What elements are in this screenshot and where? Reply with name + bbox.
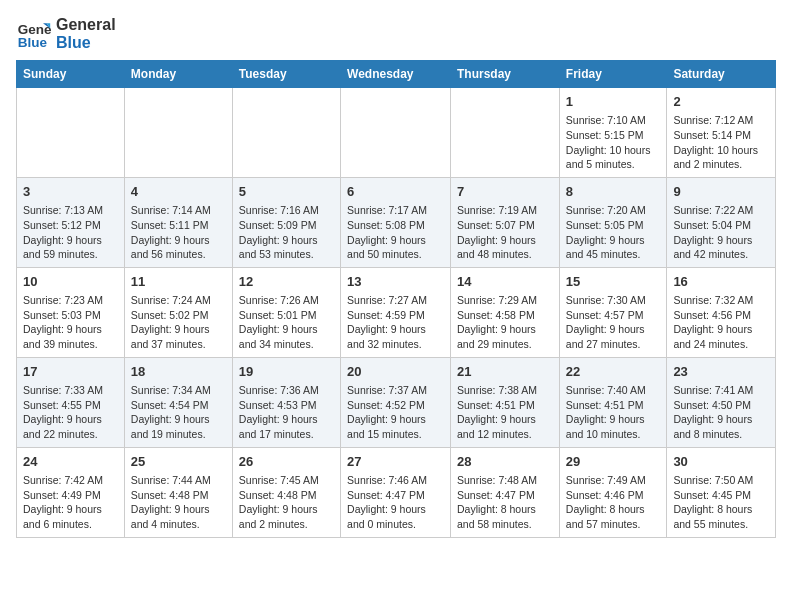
day-number: 15 <box>566 273 661 291</box>
logo-blue: Blue <box>56 34 116 52</box>
calendar-cell: 17Sunrise: 7:33 AM Sunset: 4:55 PM Dayli… <box>17 357 125 447</box>
calendar-table: SundayMondayTuesdayWednesdayThursdayFrid… <box>16 60 776 538</box>
weekday-header: Thursday <box>451 61 560 88</box>
day-number: 11 <box>131 273 226 291</box>
day-number: 23 <box>673 363 769 381</box>
day-info: Sunrise: 7:23 AM Sunset: 5:03 PM Dayligh… <box>23 293 118 352</box>
calendar-cell: 13Sunrise: 7:27 AM Sunset: 4:59 PM Dayli… <box>341 267 451 357</box>
day-number: 7 <box>457 183 553 201</box>
day-info: Sunrise: 7:17 AM Sunset: 5:08 PM Dayligh… <box>347 203 444 262</box>
day-number: 19 <box>239 363 334 381</box>
calendar-cell <box>232 88 340 178</box>
day-number: 10 <box>23 273 118 291</box>
calendar-cell: 19Sunrise: 7:36 AM Sunset: 4:53 PM Dayli… <box>232 357 340 447</box>
calendar-week-row: 24Sunrise: 7:42 AM Sunset: 4:49 PM Dayli… <box>17 447 776 537</box>
calendar-week-row: 3Sunrise: 7:13 AM Sunset: 5:12 PM Daylig… <box>17 177 776 267</box>
day-number: 8 <box>566 183 661 201</box>
day-info: Sunrise: 7:27 AM Sunset: 4:59 PM Dayligh… <box>347 293 444 352</box>
weekday-header: Monday <box>124 61 232 88</box>
day-number: 12 <box>239 273 334 291</box>
day-info: Sunrise: 7:44 AM Sunset: 4:48 PM Dayligh… <box>131 473 226 532</box>
day-number: 21 <box>457 363 553 381</box>
day-number: 14 <box>457 273 553 291</box>
logo-general: General <box>56 16 116 34</box>
weekday-header: Friday <box>559 61 667 88</box>
calendar-cell: 25Sunrise: 7:44 AM Sunset: 4:48 PM Dayli… <box>124 447 232 537</box>
day-info: Sunrise: 7:32 AM Sunset: 4:56 PM Dayligh… <box>673 293 769 352</box>
calendar-cell: 6Sunrise: 7:17 AM Sunset: 5:08 PM Daylig… <box>341 177 451 267</box>
day-info: Sunrise: 7:48 AM Sunset: 4:47 PM Dayligh… <box>457 473 553 532</box>
calendar-cell <box>124 88 232 178</box>
day-number: 20 <box>347 363 444 381</box>
day-number: 1 <box>566 93 661 111</box>
day-number: 26 <box>239 453 334 471</box>
day-info: Sunrise: 7:41 AM Sunset: 4:50 PM Dayligh… <box>673 383 769 442</box>
weekday-header-row: SundayMondayTuesdayWednesdayThursdayFrid… <box>17 61 776 88</box>
calendar-cell <box>451 88 560 178</box>
day-info: Sunrise: 7:42 AM Sunset: 4:49 PM Dayligh… <box>23 473 118 532</box>
calendar-cell <box>17 88 125 178</box>
day-info: Sunrise: 7:45 AM Sunset: 4:48 PM Dayligh… <box>239 473 334 532</box>
day-number: 6 <box>347 183 444 201</box>
day-info: Sunrise: 7:19 AM Sunset: 5:07 PM Dayligh… <box>457 203 553 262</box>
day-number: 28 <box>457 453 553 471</box>
day-number: 25 <box>131 453 226 471</box>
calendar-cell: 23Sunrise: 7:41 AM Sunset: 4:50 PM Dayli… <box>667 357 776 447</box>
day-number: 16 <box>673 273 769 291</box>
calendar-cell <box>341 88 451 178</box>
page-header: General Blue General Blue <box>16 16 776 52</box>
calendar-cell: 21Sunrise: 7:38 AM Sunset: 4:51 PM Dayli… <box>451 357 560 447</box>
calendar-cell: 20Sunrise: 7:37 AM Sunset: 4:52 PM Dayli… <box>341 357 451 447</box>
weekday-header: Wednesday <box>341 61 451 88</box>
day-number: 18 <box>131 363 226 381</box>
calendar-cell: 11Sunrise: 7:24 AM Sunset: 5:02 PM Dayli… <box>124 267 232 357</box>
day-number: 22 <box>566 363 661 381</box>
calendar-week-row: 10Sunrise: 7:23 AM Sunset: 5:03 PM Dayli… <box>17 267 776 357</box>
day-info: Sunrise: 7:36 AM Sunset: 4:53 PM Dayligh… <box>239 383 334 442</box>
day-number: 13 <box>347 273 444 291</box>
day-info: Sunrise: 7:20 AM Sunset: 5:05 PM Dayligh… <box>566 203 661 262</box>
calendar-cell: 12Sunrise: 7:26 AM Sunset: 5:01 PM Dayli… <box>232 267 340 357</box>
calendar-cell: 7Sunrise: 7:19 AM Sunset: 5:07 PM Daylig… <box>451 177 560 267</box>
day-info: Sunrise: 7:22 AM Sunset: 5:04 PM Dayligh… <box>673 203 769 262</box>
calendar-cell: 8Sunrise: 7:20 AM Sunset: 5:05 PM Daylig… <box>559 177 667 267</box>
calendar-cell: 2Sunrise: 7:12 AM Sunset: 5:14 PM Daylig… <box>667 88 776 178</box>
logo: General Blue General Blue <box>16 16 116 52</box>
day-info: Sunrise: 7:49 AM Sunset: 4:46 PM Dayligh… <box>566 473 661 532</box>
day-info: Sunrise: 7:33 AM Sunset: 4:55 PM Dayligh… <box>23 383 118 442</box>
calendar-cell: 15Sunrise: 7:30 AM Sunset: 4:57 PM Dayli… <box>559 267 667 357</box>
calendar-cell: 24Sunrise: 7:42 AM Sunset: 4:49 PM Dayli… <box>17 447 125 537</box>
day-info: Sunrise: 7:34 AM Sunset: 4:54 PM Dayligh… <box>131 383 226 442</box>
calendar-week-row: 17Sunrise: 7:33 AM Sunset: 4:55 PM Dayli… <box>17 357 776 447</box>
calendar-cell: 5Sunrise: 7:16 AM Sunset: 5:09 PM Daylig… <box>232 177 340 267</box>
day-info: Sunrise: 7:38 AM Sunset: 4:51 PM Dayligh… <box>457 383 553 442</box>
calendar-cell: 9Sunrise: 7:22 AM Sunset: 5:04 PM Daylig… <box>667 177 776 267</box>
weekday-header: Saturday <box>667 61 776 88</box>
calendar-cell: 22Sunrise: 7:40 AM Sunset: 4:51 PM Dayli… <box>559 357 667 447</box>
calendar-cell: 1Sunrise: 7:10 AM Sunset: 5:15 PM Daylig… <box>559 88 667 178</box>
day-info: Sunrise: 7:50 AM Sunset: 4:45 PM Dayligh… <box>673 473 769 532</box>
day-number: 29 <box>566 453 661 471</box>
calendar-cell: 14Sunrise: 7:29 AM Sunset: 4:58 PM Dayli… <box>451 267 560 357</box>
calendar-cell: 4Sunrise: 7:14 AM Sunset: 5:11 PM Daylig… <box>124 177 232 267</box>
day-info: Sunrise: 7:13 AM Sunset: 5:12 PM Dayligh… <box>23 203 118 262</box>
day-info: Sunrise: 7:30 AM Sunset: 4:57 PM Dayligh… <box>566 293 661 352</box>
day-info: Sunrise: 7:14 AM Sunset: 5:11 PM Dayligh… <box>131 203 226 262</box>
day-info: Sunrise: 7:10 AM Sunset: 5:15 PM Dayligh… <box>566 113 661 172</box>
calendar-cell: 18Sunrise: 7:34 AM Sunset: 4:54 PM Dayli… <box>124 357 232 447</box>
day-info: Sunrise: 7:46 AM Sunset: 4:47 PM Dayligh… <box>347 473 444 532</box>
day-number: 5 <box>239 183 334 201</box>
day-info: Sunrise: 7:26 AM Sunset: 5:01 PM Dayligh… <box>239 293 334 352</box>
logo-icon: General Blue <box>16 16 52 52</box>
day-info: Sunrise: 7:16 AM Sunset: 5:09 PM Dayligh… <box>239 203 334 262</box>
day-number: 30 <box>673 453 769 471</box>
calendar-cell: 3Sunrise: 7:13 AM Sunset: 5:12 PM Daylig… <box>17 177 125 267</box>
weekday-header: Sunday <box>17 61 125 88</box>
day-number: 4 <box>131 183 226 201</box>
day-number: 3 <box>23 183 118 201</box>
calendar-cell: 28Sunrise: 7:48 AM Sunset: 4:47 PM Dayli… <box>451 447 560 537</box>
day-info: Sunrise: 7:40 AM Sunset: 4:51 PM Dayligh… <box>566 383 661 442</box>
day-number: 24 <box>23 453 118 471</box>
calendar-cell: 27Sunrise: 7:46 AM Sunset: 4:47 PM Dayli… <box>341 447 451 537</box>
day-number: 9 <box>673 183 769 201</box>
